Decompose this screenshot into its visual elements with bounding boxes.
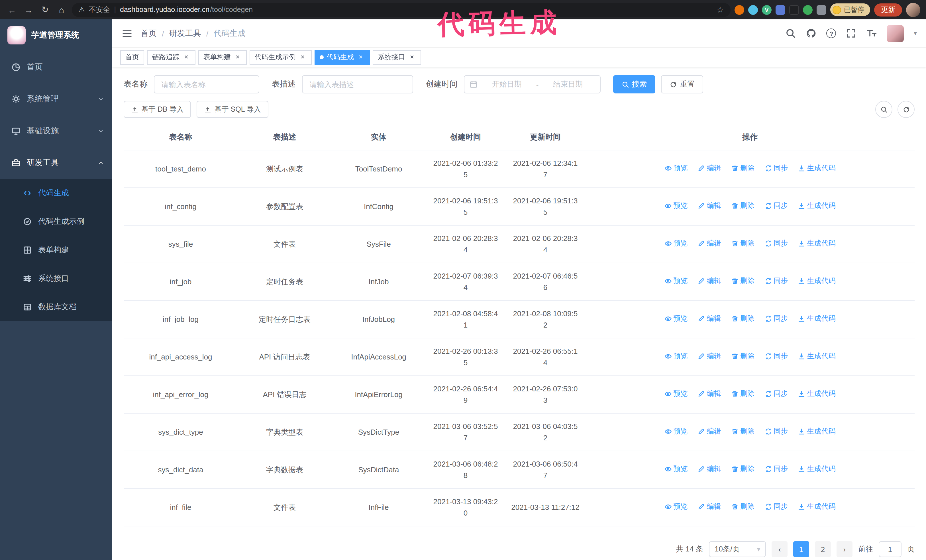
edit-link[interactable]: 编辑 xyxy=(698,238,721,249)
edit-link[interactable]: 编辑 xyxy=(698,313,721,324)
browser-reload-button[interactable]: ↻ xyxy=(39,3,51,16)
close-icon[interactable]: × xyxy=(234,53,242,61)
import-db-button[interactable]: 基于 DB 导入 xyxy=(124,101,191,118)
delete-link[interactable]: 删除 xyxy=(731,276,755,287)
refresh-table-button[interactable] xyxy=(897,101,915,118)
user-avatar[interactable] xyxy=(887,25,904,42)
paused-badge[interactable]: 已暂停 xyxy=(830,3,870,16)
edit-link[interactable]: 编辑 xyxy=(698,351,721,362)
preview-link[interactable]: 预览 xyxy=(664,201,688,211)
tab-system-api[interactable]: 系统接口 × xyxy=(373,50,421,65)
edit-link[interactable]: 编辑 xyxy=(698,388,721,399)
sidebar-item-code-generation[interactable]: 代码生成 xyxy=(0,179,112,207)
sync-link[interactable]: 同步 xyxy=(764,388,788,399)
delete-link[interactable]: 删除 xyxy=(731,388,755,399)
sidebar-item-form-builder[interactable]: 表单构建 xyxy=(0,236,112,264)
import-sql-button[interactable]: 基于 SQL 导入 xyxy=(197,101,268,118)
tab-form-builder[interactable]: 表单构建 × xyxy=(198,50,247,65)
browser-home-button[interactable]: ⌂ xyxy=(55,3,68,16)
generate-code-link[interactable]: 生成代码 xyxy=(798,464,836,474)
edit-link[interactable]: 编辑 xyxy=(698,464,721,474)
generate-code-link[interactable]: 生成代码 xyxy=(798,276,836,287)
edit-link[interactable]: 编辑 xyxy=(698,276,721,287)
preview-link[interactable]: 预览 xyxy=(664,163,688,174)
preview-link[interactable]: 预览 xyxy=(664,426,688,437)
tab-trace[interactable]: 链路追踪 × xyxy=(147,50,195,65)
fullscreen-icon[interactable] xyxy=(846,28,857,39)
extension-icon-people[interactable] xyxy=(776,5,785,15)
sidebar-item-db-docs[interactable]: 数据库文档 xyxy=(0,293,112,321)
sync-link[interactable]: 同步 xyxy=(764,351,788,362)
generate-code-link[interactable]: 生成代码 xyxy=(798,426,836,437)
sidebar-item-dev-tools[interactable]: 研发工具 xyxy=(0,147,112,179)
next-page-button[interactable]: › xyxy=(837,541,852,557)
sync-link[interactable]: 同步 xyxy=(764,276,788,287)
edit-link[interactable]: 编辑 xyxy=(698,201,721,211)
preview-link[interactable]: 预览 xyxy=(664,388,688,399)
sidebar-item-system-management[interactable]: 系统管理 xyxy=(0,83,112,115)
github-icon[interactable] xyxy=(806,28,817,39)
close-icon[interactable]: × xyxy=(357,53,365,61)
breadcrumb-dev-tools[interactable]: 研发工具 xyxy=(169,28,201,38)
preview-link[interactable]: 预览 xyxy=(664,238,688,249)
preview-link[interactable]: 预览 xyxy=(664,501,688,512)
generate-code-link[interactable]: 生成代码 xyxy=(798,501,836,512)
sync-link[interactable]: 同步 xyxy=(764,426,788,437)
font-size-icon[interactable] xyxy=(867,28,877,39)
extension-icon-orange[interactable] xyxy=(735,5,744,15)
sync-link[interactable]: 同步 xyxy=(764,201,788,211)
browser-profile-avatar[interactable] xyxy=(906,3,920,17)
toggle-search-button[interactable] xyxy=(875,101,893,118)
tab-code-generation[interactable]: 代码生成 × xyxy=(315,50,370,65)
browser-update-button[interactable]: 更新 xyxy=(874,3,902,16)
edit-link[interactable]: 编辑 xyxy=(698,426,721,437)
browser-forward-button[interactable]: → xyxy=(22,3,35,16)
extension-icon-blue[interactable] xyxy=(748,5,758,15)
sync-link[interactable]: 同步 xyxy=(764,238,788,249)
date-start-placeholder[interactable]: 开始日期 xyxy=(480,79,534,89)
sync-link[interactable]: 同步 xyxy=(764,501,788,512)
generate-code-link[interactable]: 生成代码 xyxy=(798,163,836,174)
tab-codegen-example[interactable]: 代码生成示例 × xyxy=(250,50,312,65)
page-size-select[interactable]: 10条/页 ▾ xyxy=(709,541,766,557)
generate-code-link[interactable]: 生成代码 xyxy=(798,201,836,211)
delete-link[interactable]: 删除 xyxy=(731,313,755,324)
extension-icon-green[interactable] xyxy=(803,5,813,15)
date-range-picker[interactable]: 开始日期 - 结束日期 xyxy=(464,75,601,94)
delete-link[interactable]: 删除 xyxy=(731,163,755,174)
page-button-2[interactable]: 2 xyxy=(815,541,831,557)
generate-code-link[interactable]: 生成代码 xyxy=(798,238,836,249)
help-icon[interactable]: ? xyxy=(826,29,836,38)
hamburger-icon[interactable] xyxy=(121,28,133,39)
edit-link[interactable]: 编辑 xyxy=(698,501,721,512)
table-desc-input[interactable] xyxy=(302,75,413,94)
delete-link[interactable]: 删除 xyxy=(731,201,755,211)
preview-link[interactable]: 预览 xyxy=(664,276,688,287)
generate-code-link[interactable]: 生成代码 xyxy=(798,388,836,399)
preview-link[interactable]: 预览 xyxy=(664,313,688,324)
reset-button[interactable]: 重置 xyxy=(661,75,703,94)
date-end-placeholder[interactable]: 结束日期 xyxy=(541,79,595,89)
sync-link[interactable]: 同步 xyxy=(764,313,788,324)
bookmark-star-icon[interactable]: ☆ xyxy=(717,5,724,14)
sidebar-item-codegen-example[interactable]: 代码生成示例 xyxy=(0,207,112,236)
preview-link[interactable]: 预览 xyxy=(664,464,688,474)
address-bar[interactable]: ⚠ 不安全 | dashboard.yudao.iocoder.cn /tool… xyxy=(72,3,731,17)
breadcrumb-home[interactable]: 首页 xyxy=(141,28,157,38)
generate-code-link[interactable]: 生成代码 xyxy=(798,313,836,324)
delete-link[interactable]: 删除 xyxy=(731,464,755,474)
search-icon[interactable] xyxy=(785,28,796,39)
sidebar-item-infrastructure[interactable]: 基础设施 xyxy=(0,115,112,147)
sidebar-item-home[interactable]: 首页 xyxy=(0,51,112,83)
browser-back-button[interactable]: ← xyxy=(6,3,18,16)
generate-code-link[interactable]: 生成代码 xyxy=(798,351,836,362)
tampermonkey-icon[interactable] xyxy=(789,5,799,15)
page-goto-input[interactable] xyxy=(879,541,902,557)
table-name-input[interactable] xyxy=(154,75,259,94)
delete-link[interactable]: 删除 xyxy=(731,501,755,512)
sidebar-logo[interactable]: 芋道管理系统 xyxy=(0,20,112,51)
prev-page-button[interactable]: ‹ xyxy=(772,541,788,557)
page-button-1[interactable]: 1 xyxy=(793,541,809,557)
close-icon[interactable]: × xyxy=(182,53,190,61)
vue-devtools-icon[interactable]: V xyxy=(762,5,772,15)
